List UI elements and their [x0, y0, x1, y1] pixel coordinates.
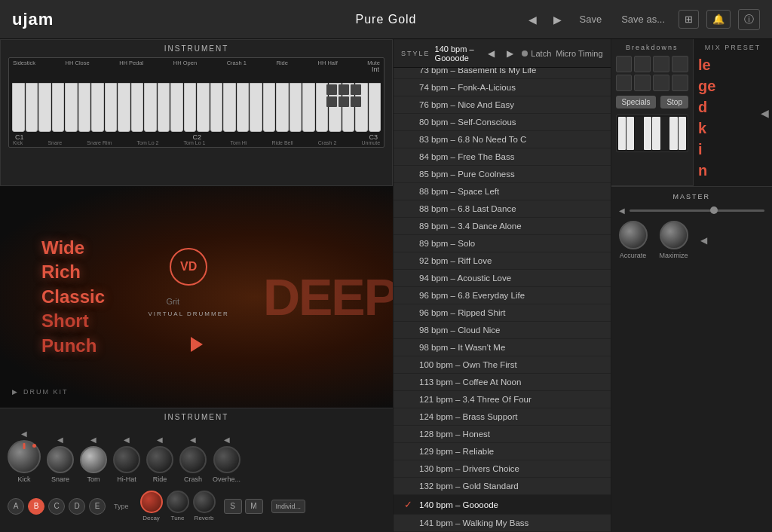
- style-item-row[interactable]: 89 bpm – Solo: [394, 235, 611, 252]
- kick-left-arrow[interactable]: ◀: [21, 430, 27, 438]
- white-key[interactable]: [290, 83, 302, 132]
- mini-key-3[interactable]: [635, 117, 642, 150]
- ride-knob[interactable]: [146, 446, 173, 473]
- white-key[interactable]: [276, 83, 289, 132]
- style-item-row[interactable]: 132 bpm – Gold Standard: [394, 478, 611, 495]
- type-d-button[interactable]: D: [69, 498, 85, 515]
- mini-key-8[interactable]: [679, 117, 686, 150]
- nav-prev-button[interactable]: ◀: [524, 12, 541, 27]
- m-button[interactable]: M: [245, 499, 263, 514]
- style-item-row[interactable]: 84 bpm – Free The Bass: [394, 148, 611, 166]
- style-item-row[interactable]: 88 bpm – Space Left: [394, 183, 611, 200]
- individual-button[interactable]: Individ...: [271, 500, 306, 513]
- style-item-row[interactable]: 141 bpm – Walking My Bass: [394, 515, 611, 532]
- style-item-row[interactable]: 121 bpm – 3.4 Three Of Four: [394, 391, 611, 408]
- overhead-knob[interactable]: [213, 446, 240, 473]
- white-key[interactable]: [197, 83, 210, 132]
- grid-icon-button[interactable]: ⊞: [679, 10, 699, 29]
- white-key[interactable]: [223, 83, 236, 132]
- style-item-row[interactable]: 76 bpm – Nice And Easy: [394, 96, 611, 114]
- white-key[interactable]: [65, 83, 78, 132]
- stop-button[interactable]: Stop: [660, 96, 688, 109]
- info-icon-button[interactable]: ⓘ: [738, 9, 760, 30]
- mix-preset-arrow-button[interactable]: ◀: [761, 107, 769, 119]
- style-item-row[interactable]: 100 bpm – Own The First: [394, 356, 611, 374]
- style-item-row[interactable]: 74 bpm – Fonk-A-Licious: [394, 79, 611, 96]
- white-key[interactable]: [237, 83, 250, 132]
- style-item-row[interactable]: 92 bpm – Riff Love: [394, 252, 611, 270]
- white-key[interactable]: [302, 83, 315, 132]
- specials-button[interactable]: Specials: [616, 96, 657, 109]
- master-slider-thumb[interactable]: [710, 206, 718, 214]
- master-slider-left-arrow[interactable]: ◀: [619, 206, 625, 215]
- white-key[interactable]: [91, 83, 104, 132]
- type-a-button[interactable]: A: [8, 498, 24, 515]
- white-key[interactable]: [184, 83, 197, 132]
- mini-key-4[interactable]: [644, 117, 651, 150]
- white-key[interactable]: [369, 83, 381, 132]
- reverb-knob[interactable]: [193, 491, 216, 513]
- mini-key-6[interactable]: [661, 117, 669, 150]
- snare-knob[interactable]: [47, 446, 74, 473]
- nav-next-button[interactable]: ▶: [549, 12, 566, 27]
- breakdown-cell-3[interactable]: [653, 56, 669, 72]
- style-nav-next[interactable]: ▶: [503, 47, 517, 60]
- type-e-button[interactable]: E: [89, 498, 106, 515]
- type-b-button[interactable]: B: [28, 498, 44, 515]
- white-key[interactable]: [38, 83, 51, 132]
- style-item-row[interactable]: 96 bpm – 6.8 Everyday Life: [394, 287, 611, 304]
- accurate-knob[interactable]: [619, 221, 648, 249]
- save-button[interactable]: Save: [574, 11, 608, 28]
- white-key[interactable]: [131, 83, 144, 132]
- breakdown-cell-1[interactable]: [616, 56, 633, 72]
- style-item-row[interactable]: 80 bpm – Self-Conscious: [394, 114, 611, 131]
- style-item-row[interactable]: 130 bpm – Drivers Choice: [394, 460, 611, 478]
- ride-left-arrow[interactable]: ◀: [157, 436, 163, 444]
- white-key[interactable]: [12, 83, 25, 132]
- hihat-left-arrow[interactable]: ◀: [124, 436, 130, 444]
- style-item-row[interactable]: 73 bpm – Basement Is My Life: [394, 68, 611, 79]
- bell-icon-button[interactable]: 🔔: [706, 10, 731, 29]
- style-item-row[interactable]: 124 bpm – Brass Support: [394, 408, 611, 426]
- breakdown-cell-2[interactable]: [634, 56, 651, 72]
- snare-left-arrow[interactable]: ◀: [57, 436, 63, 444]
- style-item-row[interactable]: 129 bpm – Reliable: [394, 443, 611, 460]
- master-right-arrow[interactable]: ◀: [700, 235, 707, 246]
- style-item-row[interactable]: 85 bpm – Pure Coolness: [394, 166, 611, 183]
- white-key[interactable]: [78, 83, 91, 132]
- play-button[interactable]: [191, 337, 203, 352]
- hihat-knob[interactable]: [113, 446, 140, 473]
- decay-knob[interactable]: [140, 491, 163, 513]
- white-key[interactable]: [52, 83, 65, 132]
- breakdown-cell-8[interactable]: [672, 75, 688, 91]
- white-key[interactable]: [144, 83, 157, 132]
- breakdown-cell-4[interactable]: [672, 56, 688, 72]
- overhead-left-arrow[interactable]: ◀: [224, 436, 230, 444]
- mini-key-7[interactable]: [669, 117, 677, 150]
- latch-control[interactable]: Latch: [522, 49, 551, 58]
- maximize-knob[interactable]: [660, 221, 688, 249]
- style-item-row[interactable]: 83 bpm – 6.8 No Need To C: [394, 131, 611, 148]
- mini-key-2[interactable]: [626, 117, 634, 150]
- breakdown-cell-6[interactable]: [634, 75, 651, 91]
- style-item-row[interactable]: 128 bpm – Honest: [394, 426, 611, 443]
- white-key[interactable]: [263, 83, 276, 132]
- mini-key-5[interactable]: [652, 117, 660, 150]
- tom-knob[interactable]: [80, 446, 107, 473]
- white-key[interactable]: [105, 83, 118, 132]
- style-item-row[interactable]: 113 bpm – Coffee At Noon: [394, 374, 611, 391]
- style-item-row[interactable]: 88 bpm – 6.8 Last Dance: [394, 200, 611, 218]
- white-key[interactable]: [158, 83, 170, 132]
- white-key[interactable]: [250, 83, 262, 132]
- white-key[interactable]: [118, 83, 130, 132]
- style-item-row[interactable]: 89 bpm – 3.4 Dance Alone: [394, 218, 611, 235]
- type-c-button[interactable]: C: [48, 498, 65, 515]
- crash-left-arrow[interactable]: ◀: [190, 436, 196, 444]
- kick-knob[interactable]: [8, 440, 41, 473]
- master-slider-track[interactable]: [630, 209, 764, 212]
- tom-left-arrow[interactable]: ◀: [90, 436, 96, 444]
- style-item-row[interactable]: 94 bpm – Acoustic Love: [394, 270, 611, 287]
- style-item-row[interactable]: 96 bpm – Ripped Shirt: [394, 304, 611, 322]
- style-item-row[interactable]: 98 bpm – Cloud Nice: [394, 322, 611, 339]
- save-as-button[interactable]: Save as...: [615, 11, 671, 28]
